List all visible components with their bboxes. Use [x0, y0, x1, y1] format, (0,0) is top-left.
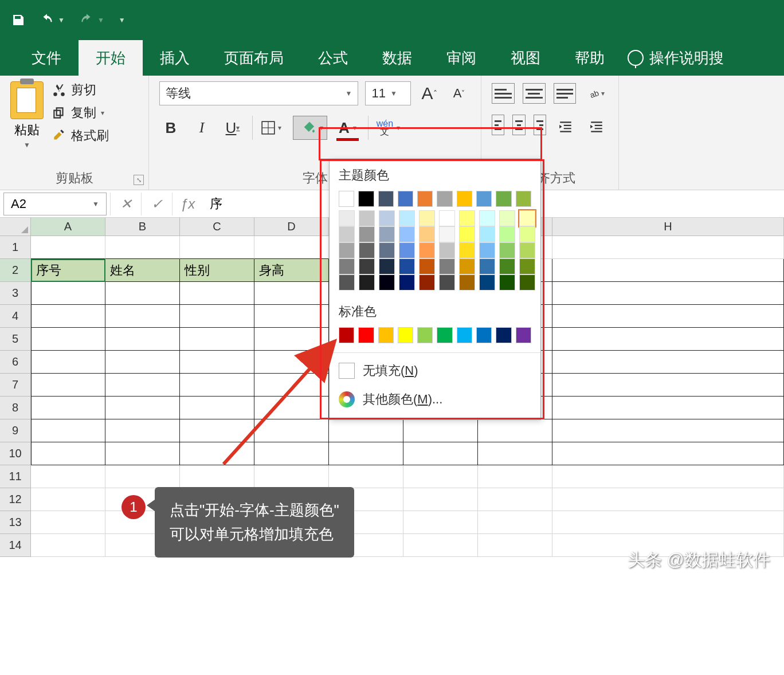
tint-swatch[interactable] — [459, 258, 475, 274]
clipboard-dialog-launcher[interactable]: ⤡ — [134, 175, 144, 185]
cell-C2[interactable]: 性别 — [180, 259, 254, 282]
save-icon[interactable] — [11, 13, 25, 27]
cell-A12[interactable] — [31, 488, 105, 511]
cell-B2[interactable]: 姓名 — [105, 259, 180, 282]
cell-A11[interactable] — [31, 465, 105, 488]
tab-view[interactable]: 视图 — [493, 40, 558, 76]
row-header-6[interactable]: 6 — [0, 351, 31, 374]
cell-G11[interactable] — [478, 465, 552, 488]
cell-H13[interactable] — [552, 511, 784, 534]
row-header-10[interactable]: 10 — [0, 442, 31, 465]
std-swatch-blue[interactable] — [476, 327, 492, 343]
tab-data[interactable]: 数据 — [365, 40, 429, 76]
fill-color-button[interactable]: ▾ — [293, 116, 327, 140]
std-swatch-darkred[interactable] — [339, 327, 354, 343]
tint-swatch[interactable] — [359, 210, 375, 226]
align-center-button[interactable] — [512, 115, 525, 135]
cell-F10[interactable] — [403, 442, 478, 465]
tint-swatch[interactable] — [479, 258, 495, 274]
redo-button[interactable]: ▼ — [79, 13, 104, 28]
cell-A7[interactable] — [31, 374, 105, 397]
font-color-button[interactable]: A ▾ — [335, 116, 360, 140]
cell-C3[interactable] — [180, 282, 254, 305]
theme-swatch-ltblue[interactable] — [476, 191, 492, 207]
cell-B10[interactable] — [105, 442, 180, 465]
row-header-8[interactable]: 8 — [0, 397, 31, 419]
tint-swatch[interactable] — [359, 242, 375, 258]
std-swatch-purple[interactable] — [516, 327, 531, 343]
cell-H7[interactable] — [552, 374, 784, 397]
theme-swatch-gold[interactable] — [457, 191, 472, 207]
align-top-button[interactable] — [492, 83, 515, 104]
align-right-button[interactable] — [534, 115, 546, 135]
tell-me[interactable]: 操作说明搜 — [628, 48, 724, 68]
cell-A4[interactable] — [31, 305, 105, 328]
cell-D9[interactable] — [254, 419, 329, 442]
row-header-3[interactable]: 3 — [0, 282, 31, 305]
std-swatch-dkblue[interactable] — [496, 327, 511, 343]
row-header-2[interactable]: 2 — [0, 259, 31, 282]
borders-button[interactable]: ▾ — [252, 116, 285, 140]
tint-swatch[interactable] — [519, 274, 535, 291]
theme-swatch-white[interactable] — [339, 191, 354, 207]
tint-swatch[interactable] — [479, 210, 495, 226]
select-all-corner[interactable] — [0, 218, 31, 236]
std-swatch-yellow[interactable] — [398, 327, 413, 343]
tint-swatch[interactable] — [339, 274, 355, 291]
tint-swatch[interactable] — [499, 258, 515, 274]
cell-H5[interactable] — [552, 328, 784, 351]
insert-function-button[interactable]: ƒx — [172, 193, 203, 215]
theme-swatch-dkblue[interactable] — [378, 191, 394, 207]
underline-button[interactable]: U ▾ — [221, 116, 244, 140]
tint-swatch[interactable] — [419, 242, 435, 258]
tint-swatch[interactable] — [419, 258, 435, 274]
row-header-14[interactable]: 14 — [0, 534, 31, 557]
copy-button[interactable]: 复制 ▾ — [52, 104, 109, 121]
decrease-font-button[interactable]: A˅ — [448, 81, 471, 105]
tab-review[interactable]: 审阅 — [429, 40, 493, 76]
tint-swatch[interactable] — [439, 226, 455, 242]
cell-G10[interactable] — [478, 442, 552, 465]
tint-swatch[interactable] — [499, 242, 515, 258]
cell-C4[interactable] — [180, 305, 254, 328]
theme-swatch-black[interactable] — [358, 191, 374, 207]
theme-swatch-blue[interactable] — [398, 191, 413, 207]
tint-swatch[interactable] — [339, 258, 355, 274]
enter-formula-button[interactable]: ✓ — [141, 193, 172, 215]
cell-G12[interactable] — [478, 488, 552, 511]
cell-B5[interactable] — [105, 328, 180, 351]
col-header-H[interactable]: H — [552, 218, 784, 236]
row-header-7[interactable]: 7 — [0, 374, 31, 397]
tint-swatch[interactable] — [439, 210, 455, 226]
tint-swatch[interactable] — [399, 258, 415, 274]
tint-swatch[interactable] — [379, 242, 395, 258]
theme-swatch-olive[interactable] — [516, 191, 531, 207]
tint-swatch[interactable] — [359, 274, 375, 291]
paste-button[interactable]: 粘贴 ▼ — [10, 81, 44, 149]
cell-C11[interactable] — [180, 465, 254, 488]
cell-D4[interactable] — [254, 305, 329, 328]
cell-F11[interactable] — [403, 465, 478, 488]
cell-H9[interactable] — [552, 419, 784, 442]
cell-H12[interactable] — [552, 488, 784, 511]
cell-H2[interactable] — [552, 259, 784, 282]
cell-A9[interactable] — [31, 419, 105, 442]
italic-button[interactable]: I — [190, 116, 213, 140]
cell-A1[interactable] — [31, 236, 105, 259]
cell-E11[interactable] — [329, 465, 403, 488]
font-name-combo[interactable]: 等线 ▼ — [159, 81, 358, 105]
tint-swatch[interactable] — [519, 242, 535, 258]
cell-B9[interactable] — [105, 419, 180, 442]
cell-B3[interactable] — [105, 282, 180, 305]
cell-A10[interactable] — [31, 442, 105, 465]
tint-swatch[interactable] — [459, 210, 475, 226]
cell-A8[interactable] — [31, 397, 105, 419]
tint-swatch[interactable] — [339, 226, 355, 242]
tint-swatch[interactable] — [519, 258, 535, 274]
orientation-button[interactable]: ab ▾ — [584, 81, 608, 105]
tint-swatch[interactable] — [499, 274, 515, 291]
tab-formula[interactable]: 公式 — [301, 40, 365, 76]
tint-swatch[interactable] — [459, 242, 475, 258]
std-swatch-red[interactable] — [358, 327, 374, 343]
cell-A13[interactable] — [31, 511, 105, 534]
